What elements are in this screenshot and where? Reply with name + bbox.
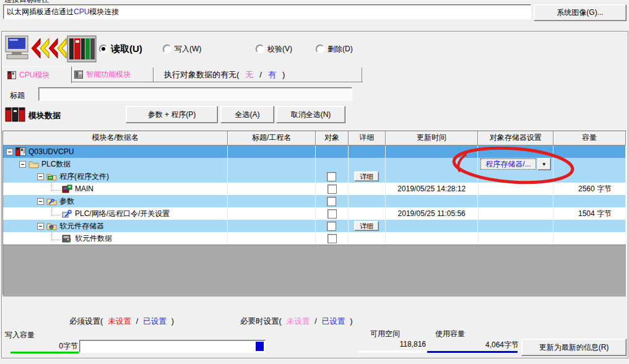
module-name-cell[interactable]: 参数: [3, 195, 228, 207]
memory-setting-cell: [479, 207, 554, 220]
detail-button[interactable]: 详细: [354, 171, 379, 181]
memory-setting-dropdown[interactable]: 程序存储器/... ▼: [480, 158, 551, 170]
memory-setting-cell: [478, 170, 553, 183]
dropdown-arrow-icon[interactable]: ▼: [537, 158, 551, 170]
column-header[interactable]: 对象存储器设置: [478, 131, 553, 145]
module-name-cell[interactable]: PLC数据: [3, 158, 228, 170]
capacity-cell: [553, 170, 626, 183]
mode-radio-write[interactable]: 写入(W): [163, 43, 201, 55]
required-setting-status: 必须设置(未设置/已设置): [69, 316, 174, 327]
device-memory-folder-icon: [46, 222, 57, 230]
used-capacity-label: 使用容量: [435, 329, 465, 339]
table-row[interactable]: 程序(程序文件) 详细: [3, 170, 626, 183]
row-label: PLC/网络/远程口令/开关设置: [75, 209, 170, 219]
module-name-cell[interactable]: Q03UDVCPU: [3, 145, 228, 158]
exec-has-value: 有: [268, 70, 276, 79]
system-image-button[interactable]: 系统图像(G)...: [534, 4, 627, 21]
column-header[interactable]: 模块名/数据名: [3, 131, 228, 145]
target-cell: [316, 183, 349, 195]
module-data-table: 模块名/数据名标题/工程名对象详细更新时间对象存储器设置容量 Q03UDVCPU…: [2, 131, 627, 295]
target-checkbox[interactable]: [327, 172, 336, 181]
progressbar-fill: [256, 342, 264, 351]
module-name-cell[interactable]: 软元件存储器: [3, 220, 228, 232]
target-checkbox[interactable]: [327, 197, 336, 206]
detail-button[interactable]: 详细: [354, 221, 379, 231]
radio-circle-icon[interactable]: [99, 45, 108, 53]
capacity-cell: 1504 字节: [553, 207, 626, 220]
title-project-cell: [228, 170, 316, 183]
table-row[interactable]: 参数: [3, 195, 626, 207]
title-input[interactable]: [38, 87, 352, 101]
module-data-icon: [5, 106, 27, 123]
module-name-cell[interactable]: 程序(程序文件): [3, 170, 228, 183]
target-checkbox[interactable]: [327, 222, 336, 231]
table-row[interactable]: PLC/网络/远程口令/开关设置 2019/05/25 11:05:56 150…: [3, 207, 626, 220]
select-all-button[interactable]: 全选(A): [220, 106, 274, 123]
device-data-icon: [62, 234, 72, 243]
row-label: 软元件存储器: [59, 221, 104, 232]
memory-setting-cell: [479, 232, 554, 245]
table-row[interactable]: PLC数据 程序存储器/... ▼: [3, 158, 626, 170]
path-text-cpu: CPU: [74, 7, 89, 16]
dropdown-value[interactable]: 程序存储器/...: [480, 158, 536, 170]
title-project-cell: [228, 158, 316, 170]
deselect-all-button[interactable]: 取消全选(N): [276, 106, 345, 123]
online-data-operation-dialog: { "connection": { "label": "连接目标路径", "pa…: [0, 0, 629, 364]
column-header[interactable]: 标题/工程名: [228, 131, 316, 145]
tab-intelligent-label: 智能功能模块: [86, 69, 131, 80]
target-cell: [316, 158, 349, 170]
row-label: 参数: [59, 196, 74, 207]
table-row[interactable]: Q03UDVCPU: [3, 145, 626, 158]
tab-cpu-module[interactable]: CPU模块: [2, 66, 72, 84]
table-row[interactable]: MAIN 2019/05/25 14:28:12 2560 字节: [3, 183, 626, 195]
column-header[interactable]: 详细: [349, 131, 386, 145]
mode-radio-verify[interactable]: 校验(V): [256, 43, 292, 55]
write-capacity-value: 0字节: [36, 341, 78, 352]
table-row[interactable]: 软元件数据: [3, 232, 626, 245]
row-label: Q03UDVCPU: [28, 147, 74, 156]
exec-none-value: 无: [245, 70, 253, 79]
tree-collapse-icon[interactable]: [37, 198, 44, 205]
tree-collapse-icon[interactable]: [37, 173, 44, 180]
column-header[interactable]: 容量: [553, 131, 626, 145]
mode-radio-delete[interactable]: 删除(D): [316, 43, 353, 55]
exec-close: ): [282, 70, 285, 79]
capacity-cell: [553, 158, 626, 170]
tab-intelligent-function-module[interactable]: 智能功能模块: [69, 66, 157, 82]
target-checkbox[interactable]: [328, 234, 337, 243]
capacity-cell: [553, 220, 626, 232]
connection-path-field[interactable]: 以太网插板通信通过CPU模块连接: [3, 4, 531, 19]
title-project-cell: [228, 232, 316, 245]
slash: /: [314, 317, 316, 326]
table-row[interactable]: 软元件存储器 详细: [3, 220, 626, 232]
detail-cell: [349, 232, 386, 245]
tree-collapse-icon[interactable]: [19, 161, 26, 168]
program-file-icon: [62, 184, 72, 193]
update-time-cell: [386, 220, 479, 232]
refresh-latest-info-button[interactable]: 更新为最新的信息(R): [521, 339, 627, 356]
target-checkbox[interactable]: [328, 209, 337, 219]
radio-circle-icon[interactable]: [163, 45, 171, 53]
module-name-cell[interactable]: MAIN: [3, 183, 228, 195]
tab-divider: [153, 67, 154, 82]
column-header[interactable]: 更新时间: [386, 131, 479, 145]
radio-circle-icon[interactable]: [316, 45, 324, 53]
cpu-module-icon: [15, 147, 26, 156]
tree-collapse-icon[interactable]: [37, 223, 44, 230]
update-time-cell: [386, 195, 479, 207]
intelligent-tab-icon: [74, 71, 83, 79]
update-time-cell: 2019/05/25 14:28:12: [386, 183, 479, 195]
required-label: 必须设置(: [69, 317, 103, 326]
column-header[interactable]: 对象: [316, 131, 349, 145]
target-cell: [316, 220, 349, 232]
module-name-cell[interactable]: PLC/网络/远程口令/开关设置: [3, 207, 228, 220]
update-time-cell: [386, 170, 479, 183]
param-plus-program-button[interactable]: 参数 + 程序(P): [126, 106, 218, 123]
module-name-cell[interactable]: 软元件数据: [3, 232, 228, 245]
mode-radio-read[interactable]: 读取(U): [99, 43, 142, 55]
radio-circle-icon[interactable]: [256, 45, 264, 53]
tree-collapse-icon[interactable]: [6, 149, 13, 155]
target-checkbox[interactable]: [328, 184, 337, 194]
exec-target-data-text: 执行对象数据的有无(无/有): [164, 69, 285, 80]
capacity-cell: [553, 145, 626, 158]
